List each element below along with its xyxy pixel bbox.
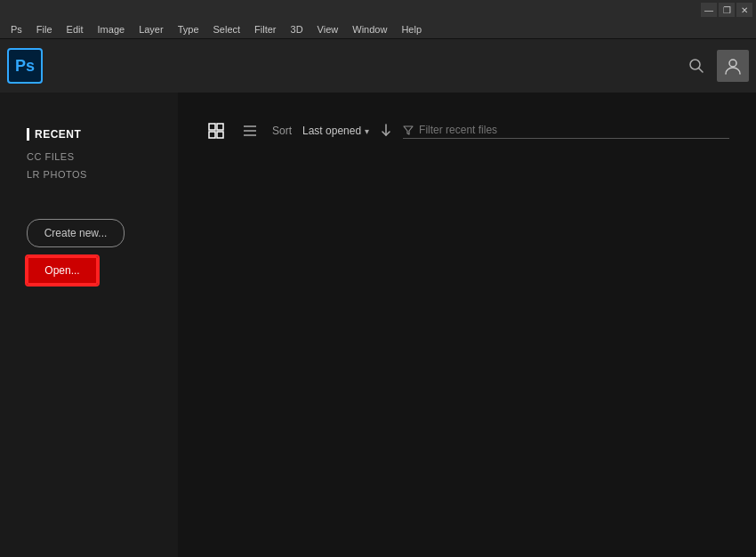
user-icon (723, 56, 743, 76)
search-button[interactable] (683, 52, 710, 79)
menu-edit[interactable]: Edit (60, 20, 91, 39)
menu-window[interactable]: Window (345, 20, 394, 39)
svg-rect-4 (217, 124, 223, 130)
sort-value: Last opened (302, 125, 361, 137)
menu-file[interactable]: File (29, 20, 60, 39)
menu-bar: Ps File Edit Image Layer Type Select Fil… (0, 20, 756, 39)
list-view-button[interactable] (238, 119, 261, 142)
sidebar: RECENT CC FILES LR PHOTOS Create new... … (0, 93, 178, 557)
menu-view[interactable]: View (310, 20, 346, 39)
create-new-button[interactable]: Create new... (27, 219, 125, 247)
main-content: RECENT CC FILES LR PHOTOS Create new... … (0, 93, 756, 557)
menu-filter[interactable]: Filter (247, 20, 283, 39)
search-icon (688, 58, 704, 74)
menu-image[interactable]: Image (91, 20, 133, 39)
menu-select[interactable]: Select (206, 20, 248, 39)
svg-line-1 (699, 69, 704, 73)
grid-view-button[interactable] (205, 119, 228, 142)
sort-toolbar: Sort Last opened ▾ (205, 119, 729, 142)
header-bar: Ps (0, 39, 756, 93)
menu-type[interactable]: Type (171, 20, 206, 39)
open-button[interactable]: Open... (27, 256, 98, 285)
sort-desc-icon (380, 124, 392, 136)
minimize-button[interactable]: — (701, 3, 717, 17)
menu-ps[interactable]: Ps (4, 20, 29, 39)
restore-button[interactable]: ❐ (719, 3, 735, 17)
sidebar-buttons: Create new... Open... (27, 219, 160, 285)
menu-3d[interactable]: 3D (284, 20, 310, 39)
svg-rect-3 (209, 124, 215, 130)
menu-layer[interactable]: Layer (132, 20, 171, 39)
filter-input[interactable] (419, 124, 552, 136)
menu-help[interactable]: Help (394, 20, 429, 39)
svg-rect-6 (217, 132, 223, 138)
svg-point-2 (729, 60, 736, 67)
sidebar-section-recent: RECENT CC FILES LR PHOTOS (27, 128, 160, 183)
title-bar: — ❐ ✕ (0, 0, 756, 20)
svg-rect-5 (209, 132, 215, 138)
user-avatar[interactable] (717, 50, 749, 82)
sort-direction-button[interactable] (380, 124, 392, 139)
list-icon (242, 123, 258, 139)
sort-label: Sort (272, 125, 292, 137)
sidebar-recent-label: RECENT (27, 128, 160, 141)
sidebar-item-cc-files[interactable]: CC FILES (27, 148, 160, 165)
close-button[interactable]: ✕ (736, 3, 752, 17)
ps-logo: Ps (7, 48, 43, 84)
filter-container (403, 124, 729, 139)
filter-icon (403, 125, 414, 135)
content-area: Sort Last opened ▾ (178, 93, 756, 557)
grid-icon (208, 123, 224, 139)
chevron-down-icon: ▾ (365, 126, 369, 136)
sidebar-item-lr-photos[interactable]: LR PHOTOS (27, 165, 160, 183)
